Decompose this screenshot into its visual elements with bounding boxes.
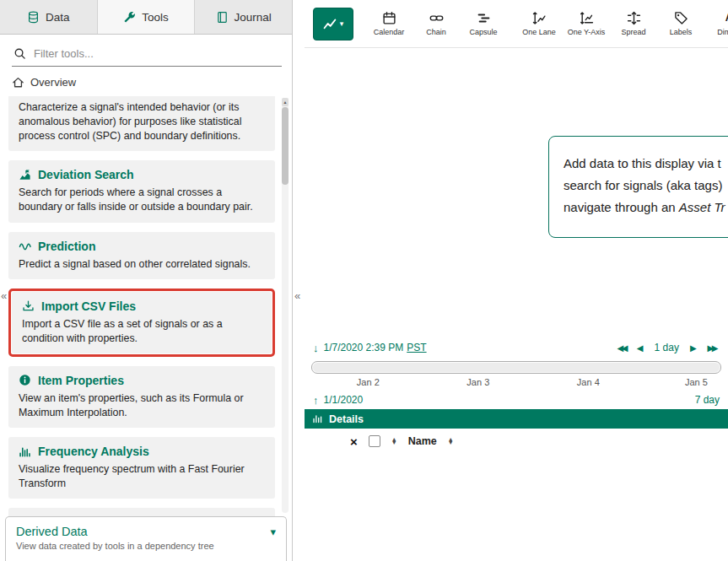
- dropdown-caret-icon: ▾: [340, 19, 344, 28]
- fast-backward-icon[interactable]: ◀◀: [617, 343, 625, 353]
- chain-icon: [429, 11, 444, 25]
- time-step-label[interactable]: 1 day: [655, 342, 679, 353]
- prediction-icon: [19, 240, 31, 252]
- database-icon: [27, 11, 40, 24]
- collapse-left-panel-icon[interactable]: «: [1, 290, 7, 301]
- investigate-start-date[interactable]: 1/1/2020: [324, 394, 364, 406]
- tab-journal[interactable]: Journal: [195, 0, 292, 34]
- sort-icon[interactable]: ▲▼: [391, 438, 397, 445]
- left-panel: Data Tools Journal: [0, 0, 293, 561]
- panel-divider: [293, 0, 305, 561]
- tool-title: Prediction: [38, 240, 95, 253]
- toolbar-button-labels[interactable]: Labels: [657, 8, 704, 39]
- import-csv-icon: [22, 299, 35, 312]
- toolbar-button-one-lane[interactable]: One Lane: [515, 8, 563, 39]
- display-start-datetime[interactable]: 1/7/2020 2:39 PM: [324, 342, 404, 353]
- filter-tools-row: [12, 43, 282, 67]
- toolbar-button-capsule[interactable]: Capsule: [460, 8, 507, 39]
- toolbar-button-one-y-axis[interactable]: One Y-Axis: [563, 8, 610, 39]
- chevron-down-icon: ▾: [270, 526, 276, 538]
- toolbar-label: Calendar: [374, 28, 405, 36]
- axis-tick: Jan 5: [685, 377, 708, 387]
- details-title: Details: [329, 413, 364, 425]
- display-range-row: ↓ 1/7/2020 2:39 PM PST ◀◀ ◀ 1 day ▶ ▶▶: [305, 336, 728, 359]
- labels-tag-icon: [674, 11, 688, 25]
- view-selector-dropdown[interactable]: ▾: [313, 8, 353, 40]
- tool-title: Export: [38, 515, 75, 516]
- timezone-link[interactable]: PST: [407, 342, 426, 353]
- select-all-checkbox[interactable]: [369, 435, 380, 447]
- spread-icon: [627, 11, 641, 25]
- toolbar-button-calendar[interactable]: Calendar: [365, 8, 413, 39]
- time-range-slider[interactable]: [311, 361, 721, 374]
- one-y-axis-icon: [580, 11, 594, 25]
- derived-data-section: Derived Data ▾ View data created by tool…: [5, 516, 287, 561]
- step-forward-icon[interactable]: ▶: [690, 343, 697, 353]
- tool-card-item-properties[interactable]: Item Properties View an item's propertie…: [8, 366, 275, 428]
- time-range-slider-fill[interactable]: [313, 363, 720, 372]
- sort-icon[interactable]: ▲▼: [448, 438, 454, 445]
- tool-card-prediction[interactable]: Prediction Predict a signal based on oth…: [8, 232, 275, 279]
- tool-card-deviation-search[interactable]: Deviation Search Search for periods wher…: [8, 160, 275, 222]
- tab-tools[interactable]: Tools: [98, 0, 196, 34]
- journal-icon: [216, 11, 229, 24]
- name-column-header[interactable]: Name: [408, 435, 437, 447]
- tool-list-scrollbar[interactable]: ▲: [282, 98, 289, 513]
- toolbar-label: Spread: [621, 28, 645, 36]
- fast-forward-icon[interactable]: ▶▶: [708, 343, 716, 353]
- toolbar-label: Capsule: [469, 28, 497, 36]
- scrollbar-thumb[interactable]: [282, 107, 289, 185]
- derived-data-header[interactable]: Derived Data ▾: [16, 525, 276, 538]
- toolbar-label: Chain: [426, 28, 446, 36]
- toolbar-label: Labels: [670, 28, 693, 36]
- tool-title: Item Properties: [38, 374, 124, 387]
- tool-card-export[interactable]: Export Export in different formats ›: [8, 508, 275, 516]
- tool-title: Deviation Search: [38, 168, 134, 181]
- panel-tabbar: Data Tools Journal: [0, 0, 292, 35]
- derived-data-desc: View data created by tools in a dependen…: [16, 541, 276, 551]
- tool-card-frequency-analysis[interactable]: Frequency Analysis Visualize frequency s…: [8, 437, 275, 499]
- empty-display-message: Add data to this display via t search fo…: [548, 136, 728, 238]
- tab-tools-label: Tools: [142, 11, 169, 24]
- tool-desc: Predict a signal based on other correlat…: [19, 257, 265, 272]
- overview-link[interactable]: Overview: [0, 67, 292, 96]
- tool-list: Characterize a signal's intended behavio…: [0, 96, 292, 516]
- collapse-tools-panel-icon[interactable]: «: [294, 290, 300, 301]
- tool-desc: Characterize a signal's intended behavio…: [19, 100, 265, 143]
- tab-data[interactable]: Data: [0, 0, 98, 34]
- overview-label: Overview: [30, 76, 76, 89]
- axis-tick: Jan 2: [357, 377, 380, 387]
- investigate-range-row: ↑ 1/1/2020 7 day: [305, 391, 728, 409]
- calendar-icon: [382, 11, 396, 25]
- remove-all-icon[interactable]: ×: [350, 435, 358, 448]
- toolbar-button-dimming[interactable]: A∴ Dimming: [709, 8, 728, 39]
- toolbar-button-chain[interactable]: Chain: [413, 8, 460, 39]
- arrow-down-icon: ↓: [313, 342, 319, 354]
- arrow-up-icon: ↑: [313, 394, 319, 407]
- search-icon: [13, 47, 26, 60]
- step-backward-icon[interactable]: ◀: [637, 343, 644, 353]
- message-line-1: Add data to this display via t: [564, 153, 728, 175]
- tool-title: Frequency Analysis: [38, 445, 149, 458]
- deviation-search-icon: [19, 169, 31, 181]
- details-chart-icon: [312, 413, 323, 424]
- display-toolbar: ▾ Calendar Cha: [305, 0, 728, 48]
- investigate-duration[interactable]: 7 day: [695, 394, 720, 406]
- tool-card-boundaries[interactable]: Characterize a signal's intended behavio…: [8, 96, 275, 151]
- trend-chart-area: Add data to this display via t search fo…: [305, 48, 728, 336]
- toolbar-button-spread[interactable]: Spread: [610, 8, 657, 39]
- toolbar-label: One Lane: [522, 28, 556, 36]
- tab-data-label: Data: [46, 11, 70, 24]
- toolbar-label: Dimming: [717, 28, 728, 36]
- date-axis: Jan 2 Jan 3 Jan 4 Jan 5: [305, 376, 728, 391]
- tool-desc: Import a CSV file as a set of signals or…: [22, 317, 262, 346]
- tool-card-import-csv[interactable]: Import CSV Files Import a CSV file as a …: [12, 292, 272, 353]
- details-panel-header[interactable]: Details: [305, 409, 728, 429]
- filter-tools-input[interactable]: [12, 43, 282, 67]
- display-pane: ▾ Calendar Cha: [305, 0, 728, 561]
- axis-tick: Jan 3: [466, 377, 489, 387]
- wrench-icon: [123, 11, 136, 24]
- frequency-analysis-icon: [19, 445, 31, 458]
- scrollbar-up-arrow[interactable]: ▲: [282, 98, 289, 106]
- tool-desc: Visualize frequency spectrum with a Fast…: [19, 462, 265, 491]
